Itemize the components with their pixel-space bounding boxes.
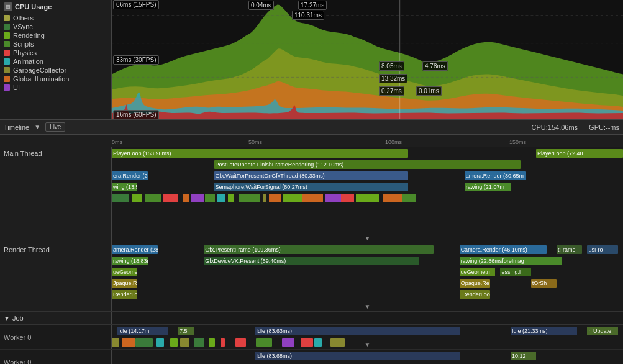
legend-title: ⊞ CPU Usage bbox=[4, 2, 107, 11]
render-thread-scroll[interactable]: ▼ bbox=[365, 303, 371, 310]
extra-block-13 bbox=[302, 194, 323, 202]
extra-block-6 bbox=[205, 194, 215, 202]
extra-block-17 bbox=[383, 194, 399, 202]
legend-color-physics bbox=[4, 50, 10, 56]
extra-block-7 bbox=[217, 194, 225, 202]
timeline-label: Timeline bbox=[4, 124, 29, 131]
render-thread-label: Render Thread bbox=[0, 243, 112, 311]
w0-extra-10 bbox=[256, 338, 272, 347]
extra-block-14 bbox=[325, 194, 341, 202]
idle-21-w0: Idle (21.33ms) bbox=[511, 327, 577, 335]
w0-extra-7 bbox=[209, 338, 214, 347]
w0-extra-9 bbox=[235, 338, 246, 347]
legend-color-animation bbox=[4, 58, 10, 65]
main-thread-row-0: PlayerLoop (153.98ms) PlayerLoop (72.48 bbox=[112, 148, 623, 160]
extra-block-19 bbox=[402, 194, 416, 202]
job-dropdown-icon[interactable]: ▼ bbox=[4, 315, 10, 322]
legend-color-global illumination bbox=[4, 76, 10, 82]
main-thread-content: PlayerLoop (153.98ms) PlayerLoop (72.48 … bbox=[112, 147, 623, 243]
renderloo-r1: RenderLoo bbox=[112, 290, 137, 299]
w0-extra-13 bbox=[314, 338, 322, 347]
tframe-block: tFrame bbox=[557, 245, 582, 254]
uegeome-r1: ueGeome bbox=[112, 268, 137, 276]
worker-1-label: Worker 0 bbox=[0, 350, 112, 364]
extra-block-16 bbox=[356, 194, 379, 202]
fps-label-15: 66ms (15FPS) bbox=[113, 0, 159, 9]
render-row-1: rawing (18.83m GfxDeviceVK.Present (59.4… bbox=[112, 256, 623, 267]
fps-label-30: 33ms (30FPS) bbox=[113, 55, 159, 65]
extra-block-3 bbox=[163, 194, 178, 202]
opaque-block: Opaque.Re bbox=[460, 279, 490, 288]
w0-extra-1 bbox=[122, 338, 135, 347]
legend-item-physics: Physics bbox=[4, 48, 107, 57]
time-annotation-8ms: 8.05ms bbox=[379, 62, 404, 70]
extra-block-4 bbox=[183, 194, 189, 202]
playerloop-block-2: PlayerLoop (72.48 bbox=[536, 149, 623, 158]
render-thread-content: amera.Render (28.34m Gfx.PresentFrame (1… bbox=[112, 243, 623, 311]
worker-0-row-0: Idle (14.17m 7.5 Idle (83.63ms) Idle (21… bbox=[112, 326, 623, 337]
extra-block-11 bbox=[269, 194, 281, 202]
legend-color-ui bbox=[4, 84, 10, 91]
extra-block-2 bbox=[145, 194, 161, 202]
worker-1-content: Idle (83.68ms) 10.12 bbox=[112, 350, 623, 364]
main-thread-row-3: wing (13.5) Semaphore.WaitForSignal (80.… bbox=[112, 182, 623, 193]
legend-color-scripts bbox=[4, 41, 10, 47]
legend-panel: ⊞ CPU Usage OthersVSyncRenderingScriptsP… bbox=[0, 0, 112, 119]
idle-14: Idle (14.17m bbox=[117, 327, 168, 335]
renderloo-r2: .RenderLoo bbox=[460, 290, 490, 299]
worker-0-scroll[interactable]: ▼ bbox=[365, 341, 371, 348]
gfx-wait-block: Gfx.WaitForPresentOnGfxThread (80.33ms) bbox=[214, 171, 409, 180]
cam-render-r1: amera.Render (28.34m bbox=[112, 245, 158, 254]
gpu-stat-label: GPU:--ms bbox=[589, 124, 619, 131]
legend-title-text: CPU Usage bbox=[15, 3, 52, 11]
usfro-block: usFro bbox=[587, 245, 617, 254]
legend-color-garbagecollector bbox=[4, 67, 10, 73]
legend-item-others: Others bbox=[4, 14, 107, 22]
semaphore-block: Semaphore.WaitForSignal (80.27ms) bbox=[214, 183, 409, 191]
time-annotation-13ms: 13.32ms bbox=[379, 75, 407, 82]
timeline-ruler: 0ms 50ms 100ms 150ms bbox=[0, 135, 623, 147]
time-annotation-17ms: 17.27ms bbox=[298, 1, 327, 9]
rawing-r2: rawing (22.86msforeImag bbox=[460, 257, 562, 265]
timeline-dropdown-icon[interactable]: ▼ bbox=[34, 124, 40, 130]
job-header: ▼ Job bbox=[0, 312, 623, 325]
main-thread-row-5 bbox=[112, 204, 623, 216]
idle-83-w0: Idle (83.63ms) bbox=[255, 327, 459, 335]
render-thread-section: Render Thread amera.Render (28.34m Gfx.P… bbox=[0, 243, 623, 312]
ruler-tick-50: 50ms bbox=[248, 139, 262, 145]
ten12-block: 10.12 bbox=[511, 352, 536, 360]
time-annotation-0ms: 0.04ms bbox=[248, 1, 274, 9]
legend-item-vsync: VSync bbox=[4, 22, 107, 31]
live-badge[interactable]: Live bbox=[45, 122, 65, 132]
rawing-block: rawing (21.07m bbox=[465, 183, 511, 191]
camera-render-2: amera.Render (30.65m bbox=[465, 171, 526, 180]
cpu-usage-chart bbox=[112, 0, 623, 119]
w0-extra-3 bbox=[156, 338, 164, 347]
torsh-block: tOrSh bbox=[531, 279, 557, 288]
time-annotation-110ms: 110.31ms bbox=[292, 11, 324, 19]
main-thread-scroll[interactable]: ▼ bbox=[365, 235, 371, 242]
fps-labels: 66ms (15FPS) 33ms (30FPS) 16ms (60FPS) bbox=[113, 0, 159, 119]
render-row-3: Jpaque.Re tOrSh Opaque.Re bbox=[112, 278, 623, 289]
main-thread-row-2: era.Render (23.5) Gfx.WaitForPresentOnGf… bbox=[112, 171, 623, 182]
extra-block-15 bbox=[341, 194, 354, 202]
extra-block-18 bbox=[398, 194, 402, 202]
w0-extra-0 bbox=[112, 338, 119, 347]
render-row-2: ueGeome ueGeometri essing.l bbox=[112, 267, 623, 278]
legend-item-rendering: Rendering bbox=[4, 31, 107, 40]
w0-extra-2 bbox=[135, 338, 153, 347]
gfxdevicevk: GfxDeviceVK.Present (59.40ms) bbox=[204, 257, 419, 265]
extra-block-8 bbox=[228, 194, 234, 202]
extra-block-9 bbox=[239, 194, 260, 202]
timeline-bar: Timeline ▼ Live CPU:154.06ms GPU:--ms bbox=[0, 120, 623, 135]
job-label: ▼ Job bbox=[0, 312, 112, 324]
camera-render-1: era.Render (23.5) bbox=[112, 171, 148, 180]
postlateupdate-block: PostLateUpdate.FinishFrameRendering (112… bbox=[214, 160, 521, 169]
extra-block-10 bbox=[263, 194, 266, 202]
time-annotation-4ms: 4.78ms bbox=[422, 62, 448, 70]
ruler-ticks: 0ms 50ms 100ms 150ms bbox=[112, 135, 623, 145]
worker-0-content: Idle (14.17m 7.5 Idle (83.63ms) Idle (21… bbox=[112, 325, 623, 349]
worker-1-row-0: Idle (83.68ms) 10.12 bbox=[112, 351, 623, 362]
camera-render-r2: Camera.Render (46.10ms) bbox=[460, 245, 547, 254]
main-thread-row-1: PostLateUpdate.FinishFrameRendering (112… bbox=[112, 160, 623, 171]
